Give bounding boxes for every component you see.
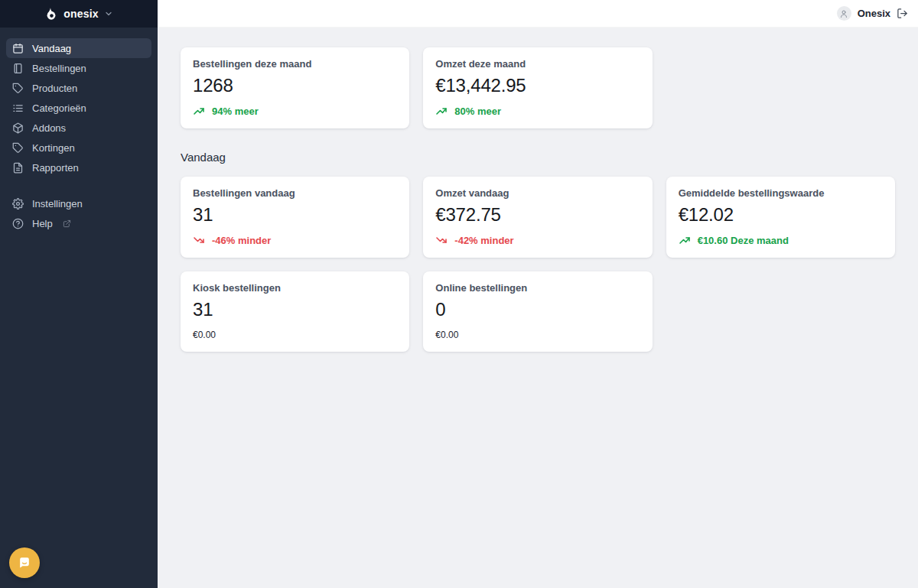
sidebar-item-label: Instellingen	[32, 198, 83, 210]
user-name: Onesix	[858, 8, 890, 19]
tag-icon	[12, 142, 24, 154]
channel-stats-row: Kiosk bestellingen 31 €0.00 Online beste…	[181, 271, 895, 352]
stat-delta: 94% meer	[193, 105, 397, 117]
stat-card-kiosk-bestellingen: Kiosk bestellingen 31 €0.00	[181, 271, 409, 352]
sidebar-item-label: Vandaag	[32, 43, 71, 54]
calendar-icon	[12, 43, 24, 54]
sidebar-item-label: Help	[32, 218, 53, 229]
stat-delta-text: -42% minder	[454, 235, 513, 246]
stat-value: 31	[193, 204, 397, 226]
stat-card-omzet-vandaag: Omzet vandaag €372.75 -42% minder	[423, 177, 652, 258]
sidebar-item-categorieen[interactable]: Categorieën	[6, 98, 151, 118]
sidebar-item-label: Rapporten	[32, 162, 79, 174]
stat-card-gemiddelde-bestellingswaarde: Gemiddelde bestellingswaarde €12.02 €10.…	[666, 177, 895, 258]
stat-label: Online bestellingen	[435, 282, 640, 294]
brand-name: onesix	[63, 8, 99, 20]
stat-label: Bestellingen deze maand	[193, 58, 397, 70]
stat-label: Omzet vandaag	[435, 187, 640, 199]
stat-delta: €10.60 Deze maand	[679, 234, 883, 246]
dashboard-content: Bestellingen deze maand 1268 94% meer Om…	[158, 28, 918, 588]
trend-down-icon	[193, 234, 205, 246]
external-link-icon	[63, 219, 71, 228]
sidebar-item-instellingen[interactable]: Instellingen	[6, 193, 151, 213]
sidebar-item-label: Producten	[32, 83, 77, 94]
stat-delta: -42% minder	[435, 234, 640, 246]
chat-bubble-icon	[17, 555, 32, 570]
tag-icon	[12, 83, 24, 94]
stat-sub-value: €0.00	[193, 330, 397, 340]
sidebar-item-help[interactable]: Help	[6, 213, 151, 233]
topbar: Onesix	[158, 0, 918, 28]
stat-label: Bestellingen vandaag	[193, 187, 397, 199]
stat-delta-text: 94% meer	[212, 106, 259, 117]
section-title-vandaag: Vandaag	[181, 151, 895, 164]
stat-card-omzet-maand: Omzet deze maand €13,442.95 80% meer	[423, 47, 652, 128]
sidebar-item-label: Bestellingen	[32, 63, 86, 74]
chat-widget-button[interactable]	[9, 547, 40, 578]
stat-card-bestellingen-maand: Bestellingen deze maand 1268 94% meer	[181, 47, 409, 128]
sidebar-nav: Vandaag Bestellingen Producten Categorie…	[0, 28, 158, 233]
stat-value: €12.02	[679, 204, 883, 226]
sidebar-item-vandaag[interactable]: Vandaag	[6, 38, 151, 58]
sidebar: onesix Vandaag Bestellingen Producten	[0, 0, 158, 588]
month-stats-row: Bestellingen deze maand 1268 94% meer Om…	[181, 47, 895, 128]
sidebar-footer: Instellingen Help	[6, 193, 151, 233]
help-circle-icon	[12, 218, 24, 229]
stat-value: 1268	[193, 75, 397, 96]
stat-label: Kiosk bestellingen	[193, 282, 397, 294]
document-icon	[12, 162, 24, 174]
sidebar-item-kortingen[interactable]: Kortingen	[6, 138, 151, 158]
stat-value: €372.75	[435, 204, 640, 226]
stat-delta-text: €10.60 Deze maand	[698, 235, 789, 246]
avatar	[837, 6, 851, 21]
today-stats-row: Bestellingen vandaag 31 -46% minder Omze…	[181, 177, 895, 258]
stat-label: Omzet deze maand	[435, 58, 640, 70]
sidebar-item-addons[interactable]: Addons	[6, 118, 151, 138]
stat-sub-value: €0.00	[435, 330, 640, 340]
logout-icon[interactable]	[897, 8, 908, 19]
chevron-down-icon	[104, 9, 113, 18]
package-icon	[12, 122, 24, 134]
brand[interactable]: onesix	[0, 0, 158, 28]
brand-logo-icon	[44, 7, 58, 21]
trend-up-icon	[193, 105, 205, 117]
trend-up-icon	[435, 105, 448, 117]
stat-card-online-bestellingen: Online bestellingen 0 €0.00	[423, 271, 652, 352]
trend-up-icon	[679, 234, 691, 246]
stat-value: 0	[435, 299, 640, 320]
book-icon	[12, 63, 24, 74]
list-icon	[12, 102, 24, 114]
sidebar-item-rapporten[interactable]: Rapporten	[6, 158, 151, 177]
gear-icon	[12, 198, 24, 210]
sidebar-item-label: Addons	[32, 122, 66, 134]
stat-delta-text: 80% meer	[454, 106, 501, 117]
stat-value: €13,442.95	[435, 75, 640, 96]
stat-card-bestellingen-vandaag: Bestellingen vandaag 31 -46% minder	[181, 177, 409, 258]
stat-delta-text: -46% minder	[212, 235, 271, 246]
sidebar-item-label: Kortingen	[32, 142, 75, 154]
sidebar-item-bestellingen[interactable]: Bestellingen	[6, 58, 151, 78]
stat-label: Gemiddelde bestellingswaarde	[679, 187, 883, 199]
stat-delta: -46% minder	[193, 234, 397, 246]
stat-delta: 80% meer	[435, 105, 640, 117]
sidebar-item-producten[interactable]: Producten	[6, 78, 151, 98]
sidebar-item-label: Categorieën	[32, 102, 86, 114]
trend-down-icon	[435, 234, 448, 246]
stat-value: 31	[193, 299, 397, 320]
